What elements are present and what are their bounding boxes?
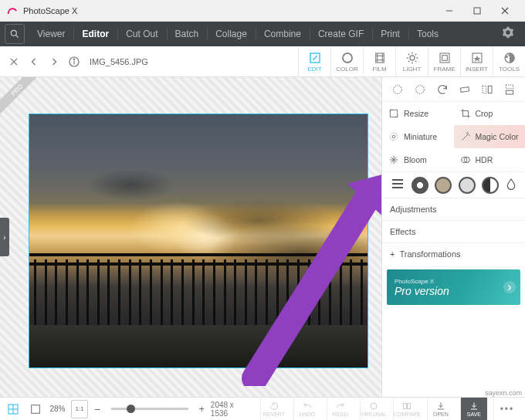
preset-lines-icon[interactable] — [390, 176, 405, 195]
flip-h-icon[interactable] — [479, 82, 495, 97]
close-file-button[interactable] — [6, 54, 22, 69]
plus-icon: + — [390, 249, 395, 259]
photo-frame[interactable] — [29, 113, 368, 368]
svg-point-12 — [343, 53, 352, 63]
resize-button[interactable]: Resize — [382, 102, 454, 125]
menu-collage[interactable]: Collage — [208, 22, 256, 46]
tools-icon — [503, 51, 517, 65]
rotate-right-icon[interactable] — [412, 82, 428, 97]
svg-point-32 — [506, 56, 507, 57]
svg-rect-59 — [404, 403, 407, 408]
more-button[interactable]: ••• — [493, 398, 520, 421]
tab-tools[interactable]: TOOLS — [493, 46, 525, 76]
miniature-button[interactable]: Miniature — [382, 125, 454, 148]
toolbar: IMG_5456.JPG EDIT COLOR FILM LIGHT FRAME… — [0, 46, 525, 77]
flip-v-icon[interactable] — [502, 82, 517, 97]
canvas[interactable]: PRO › — [0, 77, 381, 397]
revert-button[interactable]: REVERT — [260, 398, 287, 421]
open-button[interactable]: OPEN — [427, 398, 454, 421]
menubar: Viewer Editor Cut Out Batch Collage Comb… — [0, 22, 525, 46]
svg-rect-41 — [506, 90, 513, 94]
zoom-actual-button[interactable]: 1:1 — [71, 400, 87, 418]
hdr-button[interactable]: HDR — [454, 148, 526, 171]
menu-combine[interactable]: Combine — [256, 22, 310, 46]
color-icon — [340, 51, 354, 65]
svg-marker-30 — [473, 55, 480, 62]
magic-color-button[interactable]: Magic Color — [454, 125, 526, 148]
crop-button[interactable]: Crop — [454, 102, 526, 125]
grid-icon[interactable] — [5, 400, 21, 418]
section-adjustments[interactable]: Adjustments — [382, 198, 525, 220]
redo-button[interactable]: REDO — [327, 398, 354, 421]
edit-icon — [309, 51, 321, 65]
svg-rect-27 — [440, 53, 449, 63]
zoom-out-button[interactable]: − — [94, 403, 100, 415]
rotate-left-icon[interactable] — [390, 82, 405, 97]
zoom-slider[interactable] — [111, 408, 188, 410]
next-file-button[interactable] — [46, 54, 62, 69]
frame-icon — [439, 51, 451, 65]
prev-file-button[interactable] — [26, 54, 42, 69]
tab-frame[interactable]: FRAME — [428, 46, 460, 76]
pro-banner[interactable]: PhotoScape X Pro version › — [387, 269, 520, 305]
tab-insert[interactable]: INSERT — [460, 46, 493, 76]
close-button[interactable] — [491, 0, 519, 22]
undo-button[interactable]: UNDO — [293, 398, 320, 421]
preset-circle-3[interactable] — [459, 177, 476, 194]
svg-rect-28 — [442, 55, 447, 60]
tab-film[interactable]: FILM — [363, 46, 395, 76]
svg-line-24 — [415, 60, 416, 62]
main-area: PRO › — [0, 77, 525, 397]
chevron-right-icon: › — [503, 281, 516, 293]
menu-batch[interactable]: Batch — [168, 22, 208, 46]
settings-button[interactable] — [496, 26, 520, 42]
file-info-button[interactable] — [66, 54, 82, 69]
svg-point-4 — [11, 30, 16, 36]
svg-point-43 — [392, 135, 395, 138]
bloom-button[interactable]: Bloom — [382, 148, 454, 171]
svg-point-18 — [410, 56, 415, 60]
compare-button[interactable]: COMPARE — [393, 398, 421, 421]
menu-creategif[interactable]: Create GIF — [310, 22, 372, 46]
original-button[interactable]: ORIGINAL — [360, 398, 387, 421]
svg-rect-37 — [460, 86, 469, 92]
svg-point-35 — [394, 85, 402, 93]
save-button[interactable]: SAVE — [460, 398, 487, 421]
svg-rect-40 — [506, 85, 513, 89]
preset-circle-4[interactable] — [482, 177, 499, 194]
maximize-button[interactable] — [463, 0, 491, 22]
titlebar: PhotoScape X — [0, 0, 525, 22]
menu-viewer[interactable]: Viewer — [29, 22, 73, 46]
pro-ribbon: PRO — [0, 77, 46, 124]
svg-point-44 — [390, 133, 397, 140]
insert-icon — [471, 51, 483, 65]
section-effects[interactable]: Effects — [382, 220, 525, 242]
tab-edit[interactable]: EDIT — [298, 46, 330, 76]
background-icon[interactable] — [27, 400, 43, 418]
svg-line-25 — [408, 60, 409, 62]
svg-line-23 — [408, 53, 409, 55]
minimize-button[interactable] — [435, 0, 463, 22]
svg-line-5 — [16, 36, 19, 38]
film-icon — [374, 51, 386, 65]
rotate-cw-icon[interactable] — [435, 82, 450, 97]
statusbar: 28% 1:1 − + 2048 x 1536 REVERT UNDO REDO… — [0, 397, 525, 420]
menu-editor[interactable]: Editor — [74, 22, 117, 46]
search-icon[interactable] — [5, 24, 25, 44]
watermark: sayexn.com — [485, 389, 522, 397]
rotate-row — [382, 77, 525, 102]
panel-expand-handle[interactable]: › — [0, 218, 9, 256]
tab-color[interactable]: COLOR — [330, 46, 363, 76]
preset-circle-1[interactable] — [412, 177, 428, 194]
section-transformations[interactable]: +Transformations — [382, 242, 525, 265]
zoom-in-button[interactable]: + — [199, 404, 205, 415]
svg-rect-38 — [483, 86, 486, 93]
app-title: PhotoScape X — [23, 6, 435, 15]
preset-drop-icon[interactable] — [505, 176, 517, 195]
preset-circle-2[interactable] — [435, 177, 452, 194]
menu-print[interactable]: Print — [373, 22, 408, 46]
straighten-icon[interactable] — [457, 82, 472, 97]
menu-tools[interactable]: Tools — [409, 22, 447, 46]
tab-light[interactable]: LIGHT — [395, 46, 428, 76]
menu-cutout[interactable]: Cut Out — [118, 22, 166, 46]
